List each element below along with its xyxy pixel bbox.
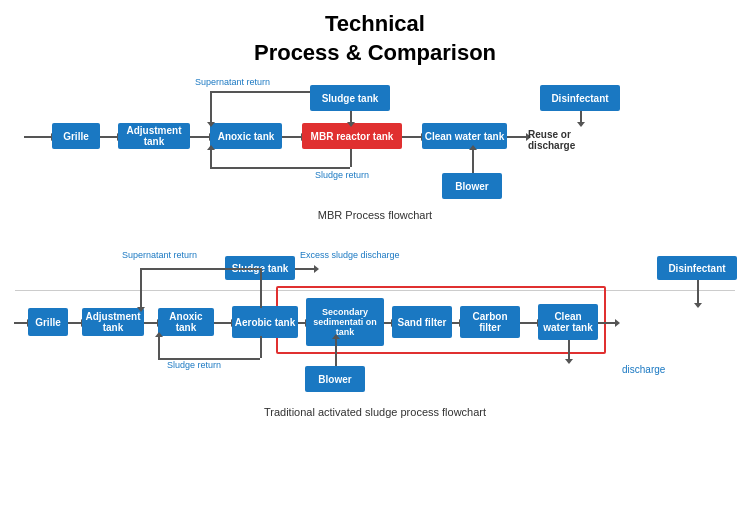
arrow-sup-h [210, 91, 310, 93]
arrow2-disinfect-down [697, 280, 699, 304]
arrow-mbr-clean [402, 136, 422, 138]
supernatant-return-label2: Supernatant return [122, 250, 197, 260]
carbon-filter-box: Carbon filter [460, 306, 520, 338]
arrow2-sup-v [260, 268, 262, 308]
arrow2-excess [295, 268, 315, 270]
arrow-sludge-down [350, 111, 352, 123]
mbr-caption: MBR Process flowchart [10, 209, 740, 221]
arrow2-aerob-sec [298, 322, 306, 324]
traditional-flowchart: Supernatant return Sludge tank Excess sl… [10, 248, 740, 428]
grille-box: Grille [52, 123, 100, 149]
arrow-sludge-return-h [210, 167, 350, 169]
disinfectant-box-top: Disinfectant [540, 85, 620, 111]
anoxic-tank-box2: Anoxic tank [158, 308, 214, 336]
sludge-tank-box: Sludge tank [310, 85, 390, 111]
arrow-disinfect-down [580, 111, 582, 123]
arrow-clean-out [507, 136, 527, 138]
arrow2-sup-h [140, 268, 260, 270]
arrow2-clean-out [598, 322, 616, 324]
arrow2-anox-aerob [214, 322, 232, 324]
arrow-anox-mbr [282, 136, 302, 138]
arrow2-g-adj [68, 322, 82, 324]
page-title: Technical Process & Comparison [10, 10, 740, 67]
arrow-g-adj [100, 136, 118, 138]
arrow-sludge-return-up [210, 149, 212, 167]
arrow2-sludge-return-h [158, 358, 260, 360]
arrow-sludge-return-v [350, 149, 352, 167]
adjustment-tank-box: Adjustment tank [118, 123, 190, 149]
arrow2-sup-down [140, 268, 142, 308]
grille-box2: Grille [28, 308, 68, 336]
clean-water-box: Clean water tank [422, 123, 507, 149]
sand-filter-box: Sand filter [392, 306, 452, 338]
arrow-sup-down [210, 91, 212, 123]
arrow2-sec-sand [384, 322, 392, 324]
arrow2-sludge-return-v [260, 336, 262, 358]
arrow2-discharge [568, 340, 570, 360]
blower-box: Blower [442, 173, 502, 199]
sludge-return-label: Sludge return [315, 170, 369, 180]
excess-label: Excess sludge discharge [300, 250, 400, 260]
arrow2-sand-carbon [452, 322, 460, 324]
aerobic-box: Aerobic tank [232, 306, 298, 338]
anoxic-tank-box: Anoxic tank [210, 123, 282, 149]
reuse-label: Reuse or discharge [528, 129, 575, 151]
arrow-blower-up [472, 149, 474, 173]
adjustment-tank-box2: Adjustment tank [82, 308, 144, 336]
arrow2-blower-up [335, 338, 337, 366]
discharge-label: discharge [622, 364, 665, 375]
arrow2-sludge-return-up [158, 336, 160, 358]
supernatant-return-label: Supernatant return [195, 77, 270, 87]
arrow2-start [14, 322, 28, 324]
secondary-box: Secondary sedimentati on tank [306, 298, 384, 346]
disinfectant-box2: Disinfectant [657, 256, 737, 280]
clean-water-box2: Clean water tank [538, 304, 598, 340]
arrow-start [24, 136, 52, 138]
sludge-return-label2: Sludge return [167, 360, 221, 370]
traditional-caption: Traditional activated sludge process flo… [10, 406, 740, 418]
arrow2-carbon-clean [520, 322, 538, 324]
mbr-flowchart: Supernatant return Sludge tank Disinfect… [10, 75, 740, 230]
arrow2-adj-anox [144, 322, 158, 324]
arrow-adj-anox [190, 136, 210, 138]
blower-box2: Blower [305, 366, 365, 392]
